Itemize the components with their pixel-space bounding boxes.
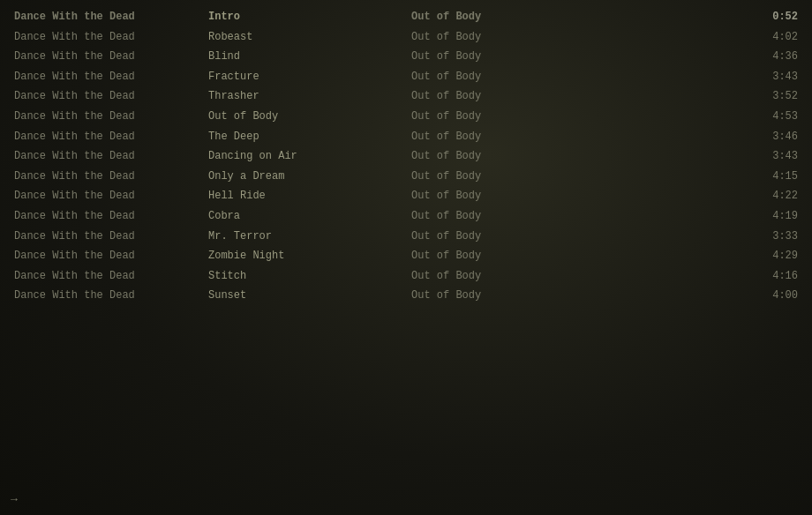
arrow-indicator: → (11, 493, 18, 506)
track-duration: 4:53 (605, 108, 798, 125)
track-title: Cobra (208, 208, 411, 225)
table-row[interactable]: Dance With the DeadRobeastOut of Body4:0… (0, 27, 812, 48)
table-row[interactable]: Dance With the DeadSunsetOut of Body4:00 (0, 286, 812, 306)
track-artist: Dance With the Dead (14, 228, 208, 245)
track-title: Stitch (208, 268, 411, 285)
track-artist: Dance With the Dead (14, 248, 208, 265)
track-title: Sunset (208, 287, 411, 304)
track-album: Out of Body (411, 228, 605, 245)
track-album: Out of Body (411, 248, 605, 265)
track-artist: Dance With the Dead (14, 268, 208, 285)
track-duration: 4:15 (605, 168, 798, 185)
track-duration: 4:02 (605, 29, 798, 46)
table-row[interactable]: Dance With the DeadDancing on AirOut of … (0, 146, 812, 167)
table-row[interactable]: Dance With the DeadThe DeepOut of Body3:… (0, 127, 812, 147)
track-album: Out of Body (411, 49, 605, 65)
track-album: Out of Body (411, 168, 605, 185)
track-album: Out of Body (411, 9, 605, 26)
table-row[interactable]: Dance With the DeadOnly a DreamOut of Bo… (0, 167, 812, 187)
track-list: Dance With the DeadIntroOut of Body0:52D… (0, 0, 812, 313)
track-album: Out of Body (411, 88, 605, 105)
track-title: Robeast (208, 29, 411, 46)
track-duration: 3:33 (605, 228, 798, 245)
track-album: Out of Body (411, 29, 605, 46)
table-row[interactable]: Dance With the DeadHell RideOut of Body4… (0, 186, 812, 206)
track-artist: Dance With the Dead (14, 168, 208, 185)
track-duration: 4:19 (605, 208, 798, 225)
track-album: Out of Body (411, 108, 605, 125)
track-title: Hell Ride (208, 188, 411, 205)
table-row[interactable]: Dance With the DeadMr. TerrorOut of Body… (0, 227, 812, 247)
track-artist: Dance With the Dead (14, 287, 208, 304)
table-row[interactable]: Dance With the DeadStitchOut of Body4:16 (0, 266, 812, 287)
track-duration: 4:29 (605, 248, 798, 265)
track-title: Thrasher (208, 88, 411, 105)
track-title: Fracture (208, 69, 411, 86)
table-row[interactable]: Dance With the DeadBlindOut of Body4:36 (0, 47, 812, 67)
track-title: Out of Body (208, 108, 411, 125)
track-artist: Dance With the Dead (14, 188, 208, 205)
track-album: Out of Body (411, 208, 605, 225)
track-album: Out of Body (411, 268, 605, 285)
track-title: The Deep (208, 129, 411, 146)
track-duration: 3:43 (605, 148, 798, 165)
table-row[interactable]: Dance With the DeadOut of BodyOut of Bod… (0, 107, 812, 127)
track-duration: 4:36 (605, 49, 798, 65)
track-artist: Dance With the Dead (14, 49, 208, 65)
track-duration: 3:52 (605, 88, 798, 105)
table-row[interactable]: Dance With the DeadIntroOut of Body0:52 (0, 7, 812, 27)
track-title: Dancing on Air (208, 148, 411, 165)
track-duration: 4:16 (605, 268, 798, 285)
track-album: Out of Body (411, 69, 605, 86)
track-artist: Dance With the Dead (14, 69, 208, 86)
track-artist: Dance With the Dead (14, 108, 208, 125)
track-title: Mr. Terror (208, 228, 411, 245)
track-title: Intro (208, 9, 411, 26)
track-artist: Dance With the Dead (14, 29, 208, 46)
track-artist: Dance With the Dead (14, 9, 208, 26)
table-row[interactable]: Dance With the DeadThrasherOut of Body3:… (0, 86, 812, 107)
track-duration: 3:43 (605, 69, 798, 86)
track-album: Out of Body (411, 129, 605, 146)
track-duration: 4:22 (605, 188, 798, 205)
track-album: Out of Body (411, 188, 605, 205)
track-artist: Dance With the Dead (14, 148, 208, 165)
table-row[interactable]: Dance With the DeadCobraOut of Body4:19 (0, 206, 812, 227)
table-row[interactable]: Dance With the DeadZombie NightOut of Bo… (0, 246, 812, 266)
track-title: Zombie Night (208, 248, 411, 265)
track-album: Out of Body (411, 148, 605, 165)
track-duration: 3:46 (605, 129, 798, 146)
track-album: Out of Body (411, 287, 605, 304)
track-duration: 0:52 (605, 9, 798, 26)
track-duration: 4:00 (605, 287, 798, 304)
track-artist: Dance With the Dead (14, 88, 208, 105)
track-title: Only a Dream (208, 168, 411, 185)
track-artist: Dance With the Dead (14, 129, 208, 146)
table-row[interactable]: Dance With the DeadFractureOut of Body3:… (0, 67, 812, 87)
track-artist: Dance With the Dead (14, 208, 208, 225)
track-title: Blind (208, 49, 411, 65)
